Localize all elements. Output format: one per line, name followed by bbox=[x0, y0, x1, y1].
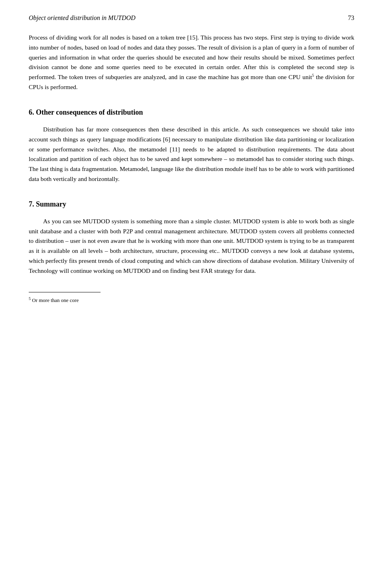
section-7-heading: 7. Summary bbox=[29, 200, 354, 209]
paragraph-3-text: As you can see MUTDOD system is somethin… bbox=[29, 218, 354, 274]
paragraph-1-text: Process of dividing work for all nodes i… bbox=[29, 34, 354, 80]
footnote-text: Or more than one core bbox=[31, 297, 79, 303]
paragraph-2-text: Distribution has far more consequences t… bbox=[29, 126, 354, 182]
page-number: 73 bbox=[348, 14, 354, 22]
paragraph-2: Distribution has far more consequences t… bbox=[29, 125, 354, 184]
paragraph-3: As you can see MUTDOD system is somethin… bbox=[29, 217, 354, 276]
footnote: 5 Or more than one core bbox=[29, 296, 354, 304]
header-title: Object oriented distribution in MUTDOD bbox=[29, 14, 136, 22]
page-header: Object oriented distribution in MUTDOD 7… bbox=[29, 14, 354, 22]
page: Object oriented distribution in MUTDOD 7… bbox=[0, 0, 383, 588]
paragraph-1: Process of dividing work for all nodes i… bbox=[29, 33, 354, 92]
section-6-heading: 6. Other consequences of distribution bbox=[29, 108, 354, 117]
footnote-divider bbox=[29, 292, 101, 292]
